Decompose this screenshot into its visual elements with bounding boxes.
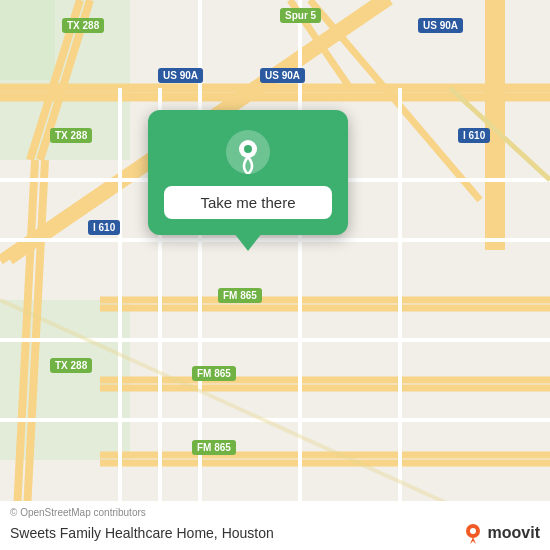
popup-card: Take me there bbox=[148, 110, 348, 235]
highway-label-us90a-mid2: US 90A bbox=[260, 68, 305, 83]
highway-label-tx288-mid: TX 288 bbox=[50, 128, 92, 143]
highway-label-spur5: Spur 5 bbox=[280, 8, 321, 23]
highway-label-fm865-mid: FM 865 bbox=[192, 366, 236, 381]
moovit-text: moovit bbox=[488, 524, 540, 542]
take-me-there-button[interactable]: Take me there bbox=[164, 186, 332, 219]
map-container: TX 288 Spur 5 US 90A US 90A US 90A TX 28… bbox=[0, 0, 550, 550]
svg-point-33 bbox=[470, 528, 476, 534]
attribution: © OpenStreetMap contributors bbox=[10, 507, 540, 518]
moovit-icon bbox=[462, 522, 484, 544]
moovit-logo: moovit bbox=[462, 522, 540, 544]
highway-label-i610-right: I 610 bbox=[458, 128, 490, 143]
highway-label-i610-left: I 610 bbox=[88, 220, 120, 235]
bottom-bar: © OpenStreetMap contributors Sweets Fami… bbox=[0, 501, 550, 550]
highway-label-tx288-top: TX 288 bbox=[62, 18, 104, 33]
highway-label-us90a-mid1: US 90A bbox=[158, 68, 203, 83]
highway-label-us90a-top: US 90A bbox=[418, 18, 463, 33]
svg-point-31 bbox=[244, 145, 252, 153]
highway-label-fm865-top: FM 865 bbox=[218, 288, 262, 303]
place-name: Sweets Family Healthcare Home, Houston bbox=[10, 525, 274, 541]
highway-label-fm865-bot: FM 865 bbox=[192, 440, 236, 455]
highway-label-tx288-bot: TX 288 bbox=[50, 358, 92, 373]
location-pin-icon bbox=[226, 130, 270, 174]
bottom-bar-content: Sweets Family Healthcare Home, Houston m… bbox=[10, 522, 540, 544]
